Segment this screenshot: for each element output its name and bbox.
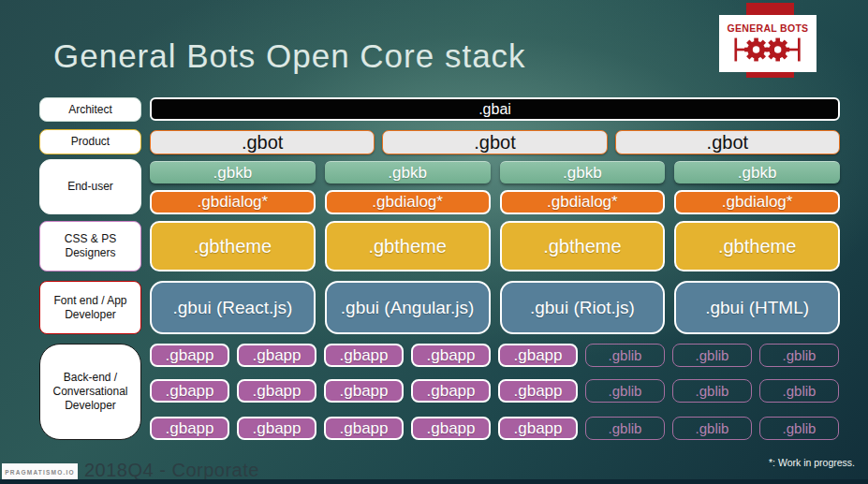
gbapp-box: .gbapp <box>411 417 491 440</box>
bottom-edge-strip <box>0 479 868 484</box>
label-end-user: End-user <box>39 159 141 214</box>
gbkb-box: .gbkb <box>325 161 491 183</box>
row-gbapp-gblib-3: .gbapp .gbapp .gbapp .gbapp .gbapp .gbli… <box>150 417 840 440</box>
gblib-box: .gblib <box>585 379 665 403</box>
gbapp-box: .gbapp <box>150 379 229 403</box>
gbapp-box: .gbapp <box>324 379 404 403</box>
row-gbapp-gblib-2: .gbapp .gbapp .gbapp .gbapp .gbapp .gbli… <box>150 379 840 403</box>
gbkb-box: .gbkb <box>674 161 840 183</box>
gblib-box: .gblib <box>759 417 839 440</box>
gbdialog-box: .gbdialog* <box>674 190 840 214</box>
gbui-riot-box: .gbui (Riot.js) <box>500 281 666 334</box>
gears-icon <box>725 35 811 65</box>
label-backend-conversational-developer: Back-end / Conversational Developer <box>39 344 141 440</box>
gblib-box: .gblib <box>672 379 752 403</box>
row-gbtheme: .gbtheme .gbtheme .gbtheme .gbtheme <box>150 221 840 271</box>
gbapp-box: .gbapp <box>237 344 316 367</box>
gbapp-box: .gbapp <box>498 417 578 440</box>
label-css-ps-designers: CSS & PS Designers <box>39 221 141 271</box>
row-gbapp-gblib-1: .gbapp .gbapp .gbapp .gbapp .gbapp .gbli… <box>150 344 840 367</box>
footer-text: 2018Q4 - Corporate <box>84 460 259 481</box>
gbot-box: .gbot <box>150 130 375 154</box>
gbapp-box: .gbapp <box>324 344 404 367</box>
pragmatismo-watermark: PRAGMATISMO.IO <box>2 463 78 480</box>
gbdialog-box: .gbdialog* <box>150 190 316 214</box>
row-gbdialog: .gbdialog* .gbdialog* .gbdialog* .gbdial… <box>150 190 840 214</box>
label-architect: Architect <box>39 97 141 122</box>
gbapp-box: .gbapp <box>237 417 316 440</box>
slide: General Bots Open Core stack GENERAL BOT… <box>0 0 868 484</box>
gbdialog-box: .gbdialog* <box>325 190 491 214</box>
label-frontend-app-developer: Font end / App Developer <box>39 281 141 334</box>
row-gbui: .gbui (React.js) .gbui (Angular.js) .gbu… <box>150 281 840 334</box>
gbapp-box: .gbapp <box>411 379 491 403</box>
gbot-box: .gbot <box>382 130 607 154</box>
gblib-box: .gblib <box>759 379 839 403</box>
gbtheme-box: .gbtheme <box>674 221 840 271</box>
gbdialog-box: .gbdialog* <box>500 190 666 214</box>
logo-brand-text: GENERAL BOTS <box>728 22 809 34</box>
gbai-box: .gbai <box>150 97 840 121</box>
page-title: General Bots Open Core stack <box>53 37 526 75</box>
row-gbot: .gbot .gbot .gbot <box>150 130 840 154</box>
gbtheme-box: .gbtheme <box>325 221 491 271</box>
gbapp-box: .gbapp <box>411 344 491 367</box>
label-product: Product <box>39 129 141 154</box>
gblib-box: .gblib <box>759 344 839 367</box>
gbot-box: .gbot <box>615 130 840 154</box>
gbapp-box: .gbapp <box>498 379 578 403</box>
gbkb-box: .gbkb <box>150 161 316 183</box>
gblib-box: .gblib <box>672 417 752 440</box>
gbkb-box: .gbkb <box>500 161 666 183</box>
gbtheme-box: .gbtheme <box>150 221 316 271</box>
gbui-html-box: .gbui (HTML) <box>674 281 840 334</box>
row-gbai: .gbai <box>150 97 840 121</box>
gblib-box: .gblib <box>672 344 752 367</box>
gblib-box: .gblib <box>585 417 665 440</box>
row-gbkb: .gbkb .gbkb .gbkb .gbkb <box>150 161 840 183</box>
gbapp-box: .gbapp <box>498 344 578 367</box>
general-bots-logo: GENERAL BOTS <box>719 15 817 72</box>
gbui-angular-box: .gbui (Angular.js) <box>325 281 491 334</box>
gbtheme-box: .gbtheme <box>500 221 666 271</box>
gbui-react-box: .gbui (React.js) <box>150 281 316 334</box>
work-in-progress-footnote: *: Work in progress. <box>769 457 855 468</box>
gbapp-box: .gbapp <box>324 417 404 440</box>
gbapp-box: .gbapp <box>150 417 229 440</box>
gbapp-box: .gbapp <box>150 344 229 367</box>
gblib-box: .gblib <box>585 344 665 367</box>
gbapp-box: .gbapp <box>237 379 316 403</box>
